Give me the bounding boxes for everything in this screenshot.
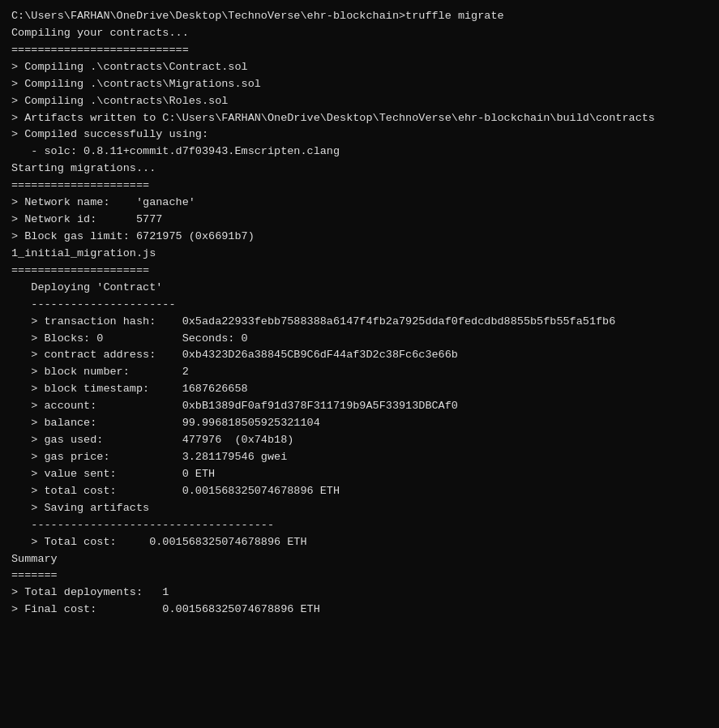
terminal-line-comp1: > Compiling .\contracts\Contract.sol — [11, 59, 708, 76]
terminal-line-block-ts: > block timestamp: 1687626658 — [11, 381, 708, 398]
terminal-line-compiled: > Compiled successfully using: — [11, 126, 708, 143]
terminal-line-contract-addr: > contract address: 0xb4323D26a38845CB9C… — [11, 347, 708, 364]
terminal-line-final-cost: > Final cost: 0.001568325074678896 ETH — [11, 602, 708, 619]
terminal-line-migration-file: 1_initial_migration.js — [11, 246, 708, 263]
terminal-line-comp2: > Compiling .\contracts\Migrations.sol — [11, 76, 708, 93]
terminal-line-sep2: ===================== — [11, 178, 708, 195]
terminal-line-starting: Starting migrations... — [11, 161, 708, 178]
terminal-line-total-cost: > total cost: 0.001568325074678896 ETH — [11, 483, 708, 500]
terminal-line-artifacts: > Artifacts written to C:\Users\FARHAN\O… — [11, 110, 708, 127]
terminal-line-account: > account: 0xbB1389dF0af91d378F311719b9A… — [11, 398, 708, 415]
terminal-line-dashes1: ---------------------- — [11, 297, 708, 314]
terminal-line-gas-used: > gas used: 477976 (0x74b18) — [11, 432, 708, 449]
terminal-line-network-name: > Network name: 'ganache' — [11, 195, 708, 212]
terminal-line-total-cost2: > Total cost: 0.001568325074678896 ETH — [11, 534, 708, 551]
terminal-line-total-deploy: > Total deployments: 1 — [11, 585, 708, 602]
terminal-line-comp3: > Compiling .\contracts\Roles.sol — [11, 93, 708, 110]
terminal-line-saving: > Saving artifacts — [11, 500, 708, 517]
terminal-line-tx-hash: > transaction hash: 0x5ada22933febb75883… — [11, 314, 708, 331]
terminal-line-network-id: > Network id: 5777 — [11, 212, 708, 229]
terminal-line-sep3: ===================== — [11, 263, 708, 280]
terminal-line-summary: Summary — [11, 551, 708, 568]
terminal-line-sep1: =========================== — [11, 42, 708, 59]
terminal-line-deploying: Deploying 'Contract' — [11, 280, 708, 297]
terminal-line-blocks: > Blocks: 0 Seconds: 0 — [11, 331, 708, 348]
terminal-line-cmd-line: C:\Users\FARHAN\OneDrive\Desktop\TechnoV… — [11, 8, 708, 25]
terminal-window: C:\Users\FARHAN\OneDrive\Desktop\TechnoV… — [11, 8, 708, 619]
terminal-line-compiling: Compiling your contracts... — [11, 25, 708, 42]
terminal-line-gas-price: > gas price: 3.281179546 gwei — [11, 449, 708, 466]
terminal-line-value-sent: > value sent: 0 ETH — [11, 466, 708, 483]
terminal-line-block-gas: > Block gas limit: 6721975 (0x6691b7) — [11, 229, 708, 246]
terminal-line-dashes2: ------------------------------------- — [11, 517, 708, 534]
terminal-line-block-num: > block number: 2 — [11, 364, 708, 381]
terminal-line-solc: - solc: 0.8.11+commit.d7f03943.Emscripte… — [11, 143, 708, 161]
terminal-line-sep4: ======= — [11, 567, 708, 585]
terminal-line-balance: > balance: 99.996818505925321104 — [11, 415, 708, 432]
